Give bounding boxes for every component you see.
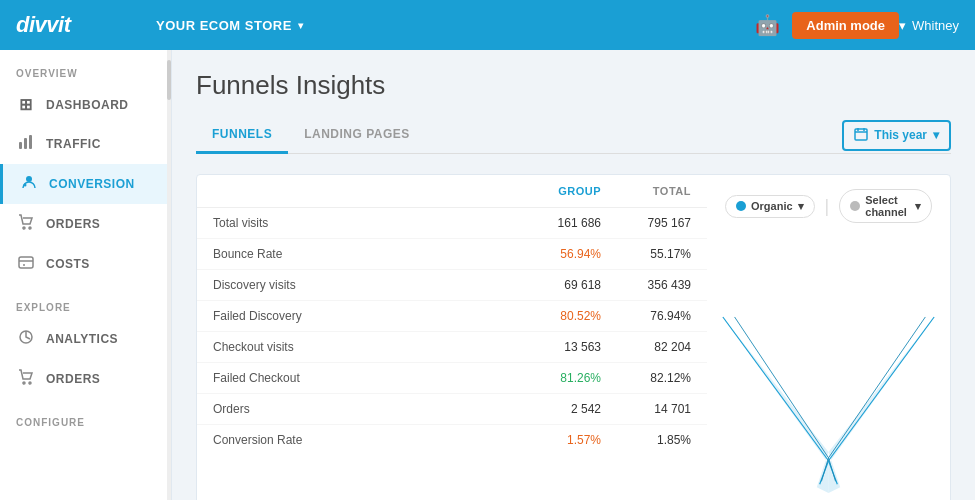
date-label: This year xyxy=(874,128,927,142)
row-total: 14 701 xyxy=(601,402,691,416)
channel-label: Select channel xyxy=(865,194,910,218)
table-body: Total visits 161 686 795 167 Bounce Rate… xyxy=(197,208,707,455)
row-group: 2 542 xyxy=(511,402,601,416)
page-title: Funnels Insights xyxy=(196,70,951,101)
sidebar-item-conversion-label: CONVERSION xyxy=(49,177,135,191)
scroll-thumb xyxy=(167,60,171,100)
sidebar-item-traffic[interactable]: TRAFFIC xyxy=(0,124,171,164)
svg-point-3 xyxy=(26,176,32,182)
tab-landing-pages[interactable]: LANDING PAGES xyxy=(288,117,426,154)
sidebar: OVERVIEW ⊞ DASHBOARD TRAFFIC CONVERSION … xyxy=(0,50,172,500)
sidebar-item-orders2[interactable]: ORDERS xyxy=(0,359,171,399)
row-label: Conversion Rate xyxy=(213,433,511,447)
funnel-area xyxy=(717,235,940,500)
row-label: Orders xyxy=(213,402,511,416)
row-group: 161 686 xyxy=(511,216,601,230)
tab-right: This year ▾ xyxy=(842,120,951,151)
scroll-track xyxy=(167,50,171,500)
chart-filters: Organic ▾ | Select channel ▾ xyxy=(717,185,940,227)
row-total: 82 204 xyxy=(601,340,691,354)
svg-point-4 xyxy=(24,184,27,187)
store-chevron-icon: ▾ xyxy=(298,20,304,31)
organic-filter[interactable]: Organic ▾ xyxy=(725,195,815,218)
row-label: Bounce Rate xyxy=(213,247,511,261)
sidebar-item-costs-label: COSTS xyxy=(46,257,90,271)
table-row: Checkout visits 13 563 82 204 xyxy=(197,332,707,363)
sidebar-item-dashboard[interactable]: ⊞ DASHBOARD xyxy=(0,85,171,124)
calendar-icon xyxy=(854,127,868,144)
channel-dot xyxy=(850,201,860,211)
date-chevron-icon: ▾ xyxy=(933,128,939,142)
sidebar-item-dashboard-label: DASHBOARD xyxy=(46,98,129,112)
row-label: Discovery visits xyxy=(213,278,511,292)
section-configure: CONFIGURE xyxy=(0,399,171,434)
organic-dot xyxy=(736,201,746,211)
row-total: 76.94% xyxy=(601,309,691,323)
costs-icon xyxy=(16,254,36,274)
dashboard-icon: ⊞ xyxy=(16,95,36,114)
main-content: Funnels Insights FUNNELS LANDING PAGES T… xyxy=(172,50,975,500)
svg-point-6 xyxy=(29,227,31,229)
row-label: Total visits xyxy=(213,216,511,230)
user-chevron-icon: ▾ xyxy=(899,18,906,33)
traffic-icon xyxy=(16,134,36,154)
orders-icon xyxy=(16,214,36,234)
section-overview: OVERVIEW xyxy=(0,50,171,85)
table-header: GROUP TOTAL xyxy=(197,175,707,208)
row-total: 356 439 xyxy=(601,278,691,292)
user-section[interactable]: ▾ Whitney xyxy=(899,18,959,33)
orders2-icon xyxy=(16,369,36,389)
table-row: Failed Checkout 81.26% 82.12% xyxy=(197,363,707,394)
tab-funnels[interactable]: FUNNELS xyxy=(196,117,288,154)
tab-bar: FUNNELS LANDING PAGES This year ▾ xyxy=(196,117,951,154)
svg-rect-0 xyxy=(19,142,22,149)
sidebar-item-orders-label: ORDERS xyxy=(46,217,100,231)
panel-chart: Organic ▾ | Select channel ▾ xyxy=(707,175,950,500)
row-group: 56.94% xyxy=(511,247,601,261)
table-row: Discovery visits 69 618 356 439 xyxy=(197,270,707,301)
date-selector[interactable]: This year ▾ xyxy=(842,120,951,151)
top-nav: divvit YOUR ECOM STORE ▾ 🤖 Admin mode ▾ … xyxy=(0,0,975,50)
channel-filter[interactable]: Select channel ▾ xyxy=(839,189,932,223)
svg-rect-7 xyxy=(19,257,33,268)
sidebar-item-analytics[interactable]: ANALYTICS xyxy=(0,319,171,359)
row-label: Checkout visits xyxy=(213,340,511,354)
row-group: 69 618 xyxy=(511,278,601,292)
main-panel: GROUP TOTAL Total visits 161 686 795 167… xyxy=(196,174,951,500)
sidebar-item-conversion[interactable]: CONVERSION xyxy=(0,164,171,204)
table-row: Conversion Rate 1.57% 1.85% xyxy=(197,425,707,455)
admin-mode-button[interactable]: Admin mode xyxy=(792,12,899,39)
admin-icon: 🤖 xyxy=(755,13,780,37)
table-row: Failed Discovery 80.52% 76.94% xyxy=(197,301,707,332)
organic-chevron-icon: ▾ xyxy=(798,200,804,213)
table-row: Orders 2 542 14 701 xyxy=(197,394,707,425)
sidebar-item-orders[interactable]: ORDERS xyxy=(0,204,171,244)
panel-table: GROUP TOTAL Total visits 161 686 795 167… xyxy=(197,175,707,500)
row-label: Failed Checkout xyxy=(213,371,511,385)
th-total: TOTAL xyxy=(601,185,691,197)
sidebar-item-traffic-label: TRAFFIC xyxy=(46,137,101,151)
row-label: Failed Discovery xyxy=(213,309,511,323)
sidebar-item-costs[interactable]: COSTS xyxy=(0,244,171,284)
store-name: YOUR ECOM STORE xyxy=(156,18,292,33)
username: Whitney xyxy=(912,18,959,33)
section-explore: EXPLORE xyxy=(0,284,171,319)
row-group: 13 563 xyxy=(511,340,601,354)
organic-label: Organic xyxy=(751,200,793,212)
store-selector[interactable]: YOUR ECOM STORE ▾ xyxy=(156,18,755,33)
th-group: GROUP xyxy=(511,185,601,197)
logo: divvit xyxy=(16,12,116,38)
table-row: Total visits 161 686 795 167 xyxy=(197,208,707,239)
analytics-icon xyxy=(16,329,36,349)
filter-divider: | xyxy=(825,196,830,217)
body-wrap: OVERVIEW ⊞ DASHBOARD TRAFFIC CONVERSION … xyxy=(0,50,975,500)
row-group: 81.26% xyxy=(511,371,601,385)
th-label xyxy=(213,185,511,197)
sidebar-item-analytics-label: ANALYTICS xyxy=(46,332,118,346)
svg-point-9 xyxy=(23,382,25,384)
row-group: 1.57% xyxy=(511,433,601,447)
row-group: 80.52% xyxy=(511,309,601,323)
row-total: 795 167 xyxy=(601,216,691,230)
svg-rect-11 xyxy=(855,129,867,140)
row-total: 82.12% xyxy=(601,371,691,385)
